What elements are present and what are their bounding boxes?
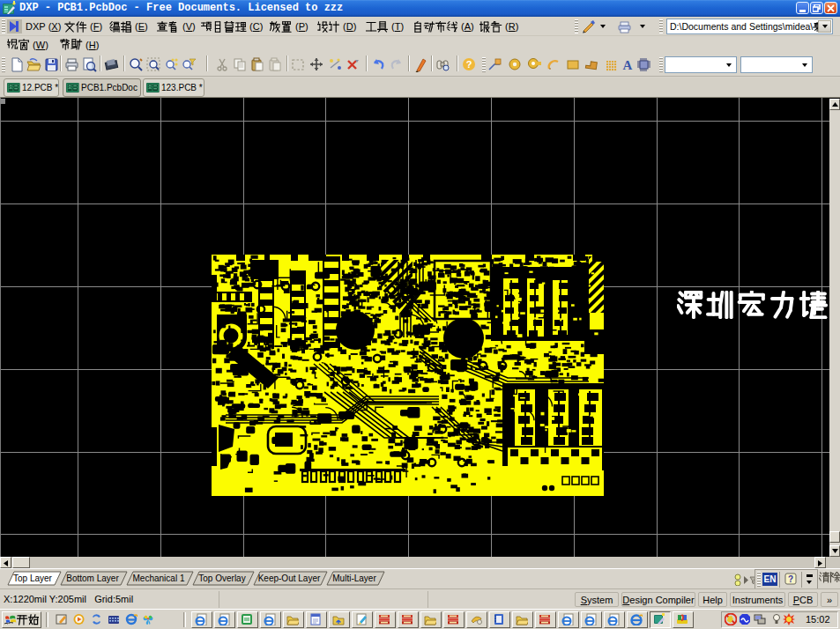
svg-text:Multi-Layer: Multi-Layer bbox=[332, 574, 376, 583]
svg-text:Mechanical 1: Mechanical 1 bbox=[133, 574, 185, 583]
svg-text:A: A bbox=[623, 58, 633, 72]
svg-text:Top Overlay: Top Overlay bbox=[198, 574, 245, 583]
svg-text:Bottom Layer: Bottom Layer bbox=[66, 574, 119, 583]
svg-text:?: ? bbox=[788, 574, 793, 584]
svg-text:Keep-Out Layer: Keep-Out Layer bbox=[258, 574, 321, 583]
svg-text:Top Layer: Top Layer bbox=[13, 574, 53, 583]
svg-text:?: ? bbox=[466, 59, 472, 70]
